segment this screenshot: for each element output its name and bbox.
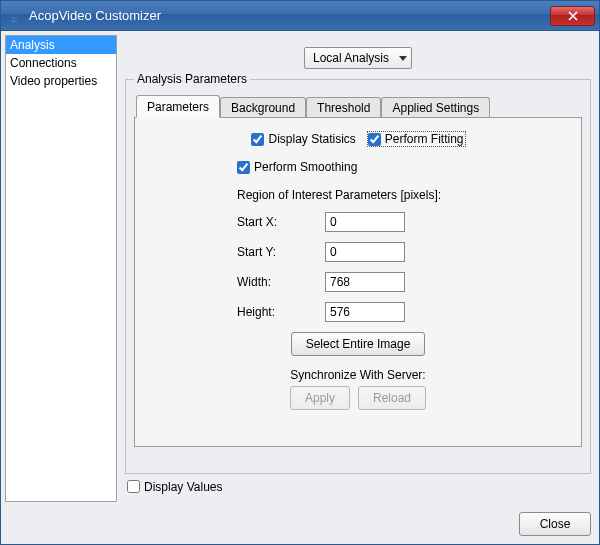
select-entire-image-row: Select Entire Image (145, 332, 571, 356)
checkbox-input[interactable] (237, 161, 250, 174)
apply-button: Apply (290, 386, 350, 410)
analysis-parameters-fieldset: Analysis Parameters Parameters Backgroun… (125, 79, 591, 474)
chevron-down-icon (399, 56, 407, 61)
tab-threshold[interactable]: Threshold (306, 97, 381, 118)
sidebar-item-video-properties[interactable]: Video properties (6, 72, 116, 90)
tab-label: Applied Settings (392, 101, 479, 115)
tab-applied-settings[interactable]: Applied Settings (381, 97, 490, 118)
checkbox-row-1: Display Statisics Perform Fitting (145, 132, 571, 146)
dialog-window: AcopVideo Customizer Analysis Connection… (0, 0, 600, 545)
checkbox-label: Perform Fitting (385, 132, 464, 146)
row-width: Width: (145, 272, 571, 292)
label-height: Height: (145, 305, 325, 319)
category-sidebar: Analysis Connections Video properties (5, 35, 117, 502)
button-label: Apply (305, 391, 335, 405)
checkbox-input[interactable] (127, 480, 140, 493)
tab-bar: Parameters Background Threshold Applied … (136, 94, 582, 117)
sidebar-item-label: Video properties (10, 74, 97, 88)
dropdown-value: Local Analysis (313, 51, 389, 65)
tab-parameters[interactable]: Parameters (136, 95, 220, 118)
titlebar[interactable]: AcopVideo Customizer (1, 1, 599, 31)
input-start-y[interactable] (325, 242, 405, 262)
sidebar-item-analysis[interactable]: Analysis (6, 36, 116, 54)
analysis-mode-row: Local Analysis (121, 35, 595, 77)
checkbox-label: Perform Smoothing (254, 160, 357, 174)
input-start-x[interactable] (325, 212, 405, 232)
main-panel: Local Analysis Analysis Parameters Param… (121, 35, 595, 502)
label-width: Width: (145, 275, 325, 289)
tab-label: Threshold (317, 101, 370, 115)
checkbox-label: Display Values (144, 480, 222, 494)
tab-label: Background (231, 101, 295, 115)
select-entire-image-button[interactable]: Select Entire Image (291, 332, 426, 356)
sidebar-item-label: Connections (10, 56, 77, 70)
roi-header: Region of Interest Parameters [pixels]: (145, 188, 571, 202)
row-start-x: Start X: (145, 212, 571, 232)
checkbox-perform-smoothing[interactable]: Perform Smoothing (237, 160, 357, 174)
row-height: Height: (145, 302, 571, 322)
button-label: Reload (373, 391, 411, 405)
java-app-icon (7, 8, 23, 24)
sync-button-row: Apply Reload (145, 386, 571, 410)
checkbox-input[interactable] (368, 133, 381, 146)
sidebar-item-connections[interactable]: Connections (6, 54, 116, 72)
checkbox-label: Display Statisics (268, 132, 355, 146)
fieldset-legend: Analysis Parameters (134, 72, 250, 86)
label-start-x: Start X: (145, 215, 325, 229)
dialog-body: Analysis Connections Video properties Lo… (1, 31, 599, 506)
checkbox-input[interactable] (251, 133, 264, 146)
sidebar-item-label: Analysis (10, 38, 55, 52)
checkbox-display-statistics[interactable]: Display Statisics (251, 132, 355, 146)
input-height[interactable] (325, 302, 405, 322)
input-width[interactable] (325, 272, 405, 292)
tab-panel-parameters: Display Statisics Perform Fitting Perfor… (134, 117, 582, 447)
button-label: Select Entire Image (306, 337, 411, 351)
dialog-footer: Close (1, 506, 599, 544)
analysis-mode-dropdown[interactable]: Local Analysis (304, 47, 412, 69)
window-close-button[interactable] (550, 6, 595, 26)
checkbox-row-2: Perform Smoothing (145, 160, 571, 174)
reload-button: Reload (358, 386, 426, 410)
display-values-row: Display Values (121, 478, 595, 503)
checkbox-display-values[interactable]: Display Values (127, 480, 222, 494)
tab-label: Parameters (147, 100, 209, 114)
sync-label: Synchronize With Server: (145, 368, 571, 382)
window-title: AcopVideo Customizer (29, 8, 550, 23)
button-label: Close (540, 517, 571, 531)
label-start-y: Start Y: (145, 245, 325, 259)
checkbox-perform-fitting[interactable]: Perform Fitting (368, 132, 465, 146)
row-start-y: Start Y: (145, 242, 571, 262)
tab-background[interactable]: Background (220, 97, 306, 118)
close-button[interactable]: Close (519, 512, 591, 536)
